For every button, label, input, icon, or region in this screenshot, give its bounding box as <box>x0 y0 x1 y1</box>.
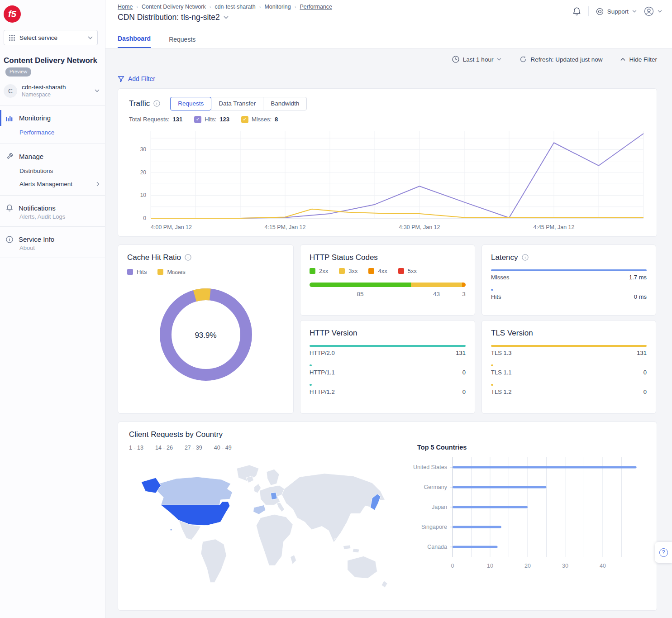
meter-label: HTTP/1.1 <box>310 369 335 376</box>
breadcrumb-item[interactable]: Monitoring <box>264 4 291 10</box>
country-title: Client Requests by Country <box>129 430 646 439</box>
series-checkbox[interactable]: ✓ <box>241 116 248 123</box>
latency-title: Latency <box>491 253 647 262</box>
sidebar-item-manage[interactable]: Manage <box>0 149 105 164</box>
bell-icon[interactable] <box>572 7 581 16</box>
status-stacked-bar[interactable] <box>310 283 466 287</box>
time-range-dropdown[interactable]: Last 1 hour <box>452 56 502 63</box>
svg-text:10: 10 <box>140 192 147 198</box>
chevron-down-icon <box>95 89 100 92</box>
select-service-dropdown[interactable]: Select service <box>4 30 98 45</box>
namespace-label: Namespace <box>22 91 90 98</box>
tab-requests[interactable]: Requests <box>169 36 195 48</box>
chevron-up-icon <box>620 58 625 61</box>
sidebar-item-label: Service Info <box>19 235 54 243</box>
breadcrumb-separator: › <box>295 4 296 10</box>
user-avatar-icon <box>644 6 654 16</box>
sidebar-item-alerts-management[interactable]: Alerts Management <box>0 177 105 191</box>
support-menu[interactable]: Support <box>596 8 637 15</box>
world-map[interactable] <box>130 457 401 604</box>
status-bar-labels: 85433 <box>310 291 466 298</box>
sidebar-item-distributions[interactable]: Distributions <box>0 164 105 177</box>
info-icon <box>6 236 13 243</box>
svg-text:0: 0 <box>451 563 454 569</box>
breadcrumb-item[interactable]: Content Delivery Network <box>142 4 206 10</box>
status-segment-3xx[interactable] <box>411 283 462 287</box>
grid-icon <box>9 34 15 41</box>
traffic-card: Traffic RequestsData TransferBandwidth T… <box>118 88 657 237</box>
meter-bar <box>491 364 493 366</box>
sidebar-item-notifications[interactable]: Notifications <box>0 200 105 216</box>
status-legend: 2xx3xx4xx5xx <box>310 268 466 274</box>
cache-hit-ratio-title: Cache Hit Ratio <box>127 253 284 262</box>
meter-value: 0 <box>643 388 647 395</box>
status-segment-2xx[interactable] <box>310 283 411 287</box>
meter-row: HTTP/2.0131 <box>310 345 466 356</box>
traffic-stat: ✓Misses:8 <box>241 116 278 123</box>
status-segment-4xx[interactable] <box>462 283 466 287</box>
refresh-button[interactable]: Refresh: Updated just now <box>519 56 602 63</box>
traffic-title: Traffic <box>129 99 160 108</box>
info-icon[interactable] <box>522 254 529 261</box>
meter-bar <box>491 345 647 347</box>
traffic-tab-bandwidth[interactable]: Bandwidth <box>263 97 307 110</box>
sidebar-item-monitoring[interactable]: Monitoring <box>0 110 105 126</box>
legend-swatch <box>127 269 133 275</box>
meter-row: TLS 1.10 <box>491 364 647 376</box>
meter-label: TLS 1.1 <box>491 369 512 376</box>
tabbar: DashboardRequests <box>105 27 672 48</box>
tab-dashboard[interactable]: Dashboard <box>118 35 151 48</box>
f5-logo-icon[interactable]: f5 <box>4 5 21 23</box>
svg-text:Japan: Japan <box>432 504 447 510</box>
meter-row: Hits0 ms <box>491 289 647 300</box>
http-status-codes-card: HTTP Status Codes 2xx3xx4xx5xx 85433 <box>300 244 475 316</box>
svg-text:40: 40 <box>600 563 606 569</box>
cache-hit-ratio-value: 93.9% <box>158 287 253 384</box>
meter-bar <box>491 289 493 291</box>
tls-version-title: TLS Version <box>491 329 647 338</box>
legend-item: 14 - 26 <box>155 445 173 451</box>
hide-filter-toggle[interactable]: Hide Filter <box>620 56 657 63</box>
user-menu[interactable] <box>644 6 662 16</box>
meter-bar <box>310 364 312 366</box>
series-checkbox[interactable]: ✓ <box>194 116 201 123</box>
help-button[interactable]: ? <box>655 542 672 563</box>
info-icon[interactable] <box>185 254 191 261</box>
breadcrumb-item[interactable]: Performance <box>300 4 332 10</box>
meter-label: TLS 1.2 <box>491 388 512 395</box>
meter-value: 131 <box>637 350 647 356</box>
meter-bar <box>491 384 493 386</box>
status-segment-value: 43 <box>433 291 440 297</box>
meter-label: HTTP/2.0 <box>310 350 335 356</box>
traffic-stat: Total Requests:131 <box>129 116 182 123</box>
info-icon[interactable] <box>153 100 160 107</box>
namespace-selector[interactable]: C cdn-test-sharath Namespace <box>0 77 105 105</box>
legend-item: 5xx <box>398 268 417 274</box>
breadcrumb-item[interactable]: cdn-test-sharath <box>214 4 255 10</box>
sidebar: f5 Select service Content Delivery Netwo… <box>0 0 105 618</box>
add-filter-button[interactable]: Add Filter <box>118 75 155 82</box>
tls-version-rows: TLS 1.3131TLS 1.10TLS 1.20 <box>491 345 647 395</box>
stat-value: 8 <box>275 116 278 123</box>
wrench-icon <box>6 153 14 160</box>
svg-text:20: 20 <box>524 563 531 569</box>
product-title: Content Delivery Network Preview <box>0 45 105 77</box>
traffic-tab-data-transfer[interactable]: Data Transfer <box>211 97 263 110</box>
top5-bar-chart[interactable]: United StatesGermanyJapanSingaporeCanada… <box>407 451 654 572</box>
funnel-icon <box>118 76 124 82</box>
breadcrumb-item[interactable]: Home <box>118 4 133 10</box>
legend-swatch <box>398 268 404 274</box>
cache-hit-ratio-card: Cache Hit Ratio HitsMisses 93.9% <box>118 244 294 414</box>
tls-version-card: TLS Version TLS 1.3131TLS 1.10TLS 1.20 <box>481 320 656 414</box>
breadcrumb-separator: › <box>259 4 261 10</box>
traffic-line-chart[interactable]: 01020304:00 PM, Jan 124:15 PM, Jan 124:3… <box>129 128 647 233</box>
namespace-avatar: C <box>4 84 17 98</box>
traffic-tab-requests[interactable]: Requests <box>170 97 211 110</box>
chevron-down-icon[interactable] <box>224 16 229 19</box>
sidebar-item-label: Monitoring <box>19 114 51 122</box>
svg-text:10: 10 <box>487 563 493 569</box>
sidebar-item-performance[interactable]: Performance <box>0 126 105 139</box>
svg-text:30: 30 <box>562 563 568 569</box>
sidebar-item-label: Notifications <box>19 204 56 212</box>
sidebar-item-service-info[interactable]: Service Info <box>0 231 105 247</box>
